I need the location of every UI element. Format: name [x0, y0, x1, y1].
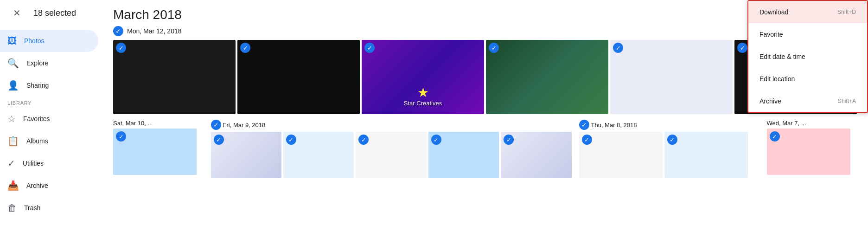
dropdown-item-download[interactable]: Download Shift+D: [748, 1, 867, 23]
sidebar: ✕ 18 selected 🖼 Photos 🔍 Explore 👤 Shari…: [0, 0, 102, 251]
date-header-mar8: ✓ Thu, Mar 8, 2018: [579, 120, 760, 130]
photo-check-bp7[interactable]: ✓: [582, 135, 592, 145]
sidebar-item-archive[interactable]: 📥 Archive: [0, 174, 98, 197]
photos-grid-mar12: ✓ ✓ ✓ ★ Star Creatives ✓ ✓ ✓: [113, 40, 857, 114]
photo-thumb-p4[interactable]: ✓: [486, 40, 608, 114]
context-dropdown-menu: Download Shift+D Favorite Edit date & ti…: [747, 0, 868, 113]
dropdown-item-edit-location[interactable]: Edit location: [748, 68, 867, 90]
sidebar-label-trash: Trash: [24, 204, 40, 212]
sidebar-label-albums: Albums: [26, 137, 48, 145]
photos-grid-mar7: ✓: [767, 129, 857, 175]
date-group-mar7: Wed, Mar 7, ... ✓: [767, 120, 857, 175]
sidebar-label-explore: Explore: [26, 59, 48, 67]
sidebar-label-favorites: Favorites: [23, 115, 50, 122]
sidebar-item-trash[interactable]: 🗑 Trash: [0, 197, 98, 219]
download-shortcut: Shift+D: [837, 9, 856, 15]
photo-thumb-bp1[interactable]: ✓: [113, 129, 197, 175]
date-label-mar12: Mon, Mar 12, 2018: [127, 27, 182, 35]
photos-grid-mar8: ✓ ✓: [579, 132, 760, 178]
sidebar-item-utilities[interactable]: ✓ Utilities: [0, 152, 98, 174]
sidebar-label-photos: Photos: [24, 37, 45, 45]
date-check-mar12[interactable]: ✓: [113, 26, 123, 36]
photo-check-p1[interactable]: ✓: [116, 43, 126, 53]
photo-check-p5[interactable]: ✓: [613, 43, 623, 53]
trash-icon: 🗑: [7, 203, 17, 213]
favorite-label: Favorite: [760, 31, 783, 38]
archive-label: Archive: [760, 97, 781, 105]
albums-icon: 📋: [7, 135, 19, 147]
bottom-date-groups: Sat, Mar 10, ... ✓ ✓ Fri, Mar 9, 2018 ✓ …: [113, 120, 857, 178]
favorites-icon: ☆: [7, 113, 16, 124]
photo-thumb-bp7[interactable]: ✓: [579, 132, 663, 178]
date-group-mar9: ✓ Fri, Mar 9, 2018 ✓ ✓ ✓ ✓ ✓: [211, 120, 572, 178]
archive-shortcut: Shift+A: [838, 98, 856, 104]
sidebar-item-sharing[interactable]: 👤 Sharing: [0, 74, 98, 97]
photo-thumb-p2[interactable]: ✓: [237, 40, 360, 114]
dropdown-item-favorite[interactable]: Favorite: [748, 23, 867, 45]
date-label-mar10: Sat, Mar 10, ...: [113, 120, 153, 127]
dropdown-item-edit-date-time[interactable]: Edit date & time: [748, 45, 867, 68]
date-label-mar8: Thu, Mar 8, 2018: [591, 122, 637, 129]
section-title: March 2018: [113, 7, 857, 22]
photo-check-p4[interactable]: ✓: [489, 43, 499, 53]
photo-thumb-bp8[interactable]: ✓: [664, 132, 748, 178]
dropdown-item-archive[interactable]: Archive Shift+A: [748, 90, 867, 112]
photo-check-bp1[interactable]: ✓: [116, 131, 126, 142]
date-header-mar12: ✓ Mon, Mar 12, 2018: [113, 26, 857, 36]
sidebar-item-photos[interactable]: 🖼 Photos: [0, 30, 98, 52]
date-group-mar8: ✓ Thu, Mar 8, 2018 ✓ ✓: [579, 120, 760, 178]
photo-check-p6[interactable]: ✓: [737, 43, 747, 53]
date-header-mar10: Sat, Mar 10, ...: [113, 120, 204, 127]
photos-icon: 🖼: [7, 36, 17, 46]
sidebar-nav: 🖼 Photos 🔍 Explore 👤 Sharing LIBRARY ☆ F…: [0, 26, 102, 223]
sharing-icon: 👤: [7, 80, 19, 91]
photo-thumb-bp4[interactable]: ✓: [356, 132, 426, 178]
photo-check-p2[interactable]: ✓: [240, 43, 250, 53]
photo-check-bp4[interactable]: ✓: [358, 135, 369, 145]
photo-thumb-bp2[interactable]: ✓: [211, 132, 281, 178]
photo-check-bp2[interactable]: ✓: [214, 135, 224, 145]
date-label-mar7: Wed, Mar 7, ...: [767, 120, 806, 127]
library-section-label: LIBRARY: [0, 97, 102, 108]
date-check-mar9[interactable]: ✓: [211, 120, 221, 130]
edit-location-label: Edit location: [760, 75, 795, 83]
photo-thumb-bp5[interactable]: ✓: [428, 132, 499, 178]
photo-check-bp5[interactable]: ✓: [431, 135, 441, 145]
sidebar-item-favorites[interactable]: ☆ Favorites: [0, 108, 98, 130]
date-group-mar12: ✓ Mon, Mar 12, 2018 ✓ ✓ ✓ ★ Star Creativ…: [113, 26, 857, 114]
photo-thumb-bp6[interactable]: ✓: [501, 132, 571, 178]
photo-thumb-p1[interactable]: ✓: [113, 40, 236, 114]
photo-thumb-p5[interactable]: ✓: [610, 40, 733, 114]
date-group-mar10: Sat, Mar 10, ... ✓: [113, 120, 204, 175]
photos-grid-mar9: ✓ ✓ ✓ ✓ ✓: [211, 132, 572, 178]
utilities-icon: ✓: [7, 158, 15, 169]
selected-count: 18 selected: [33, 8, 76, 18]
sidebar-item-explore[interactable]: 🔍 Explore: [0, 52, 98, 74]
star-text: Star Creatives: [404, 100, 442, 107]
date-label-mar9: Fri, Mar 9, 2018: [223, 122, 266, 129]
archive-icon: 📥: [7, 180, 19, 191]
star-decoration: ★: [417, 85, 429, 100]
photo-thumb-bp9[interactable]: ✓: [767, 129, 850, 175]
photo-thumb-bp3[interactable]: ✓: [283, 132, 354, 178]
download-label: Download: [760, 8, 788, 16]
date-check-mar8[interactable]: ✓: [579, 120, 589, 130]
sidebar-header: ✕ 18 selected: [0, 0, 102, 26]
photo-check-bp8[interactable]: ✓: [667, 135, 677, 145]
photo-check-bp9[interactable]: ✓: [770, 131, 780, 142]
sidebar-label-utilities: Utilities: [23, 160, 44, 167]
sidebar-label-sharing: Sharing: [26, 82, 49, 89]
sidebar-item-albums[interactable]: 📋 Albums: [0, 130, 98, 152]
photos-grid-mar10: ✓: [113, 129, 204, 175]
date-header-mar9: ✓ Fri, Mar 9, 2018: [211, 120, 572, 130]
close-selection-button[interactable]: ✕: [7, 4, 26, 22]
date-header-mar7: Wed, Mar 7, ...: [767, 120, 857, 127]
edit-date-time-label: Edit date & time: [760, 53, 805, 60]
photo-thumb-p3[interactable]: ✓ ★ Star Creatives: [362, 40, 484, 114]
photo-check-p3[interactable]: ✓: [364, 43, 375, 53]
photo-check-bp6[interactable]: ✓: [504, 135, 514, 145]
photo-check-bp3[interactable]: ✓: [286, 135, 296, 145]
explore-icon: 🔍: [7, 58, 19, 69]
sidebar-label-archive: Archive: [26, 182, 48, 189]
